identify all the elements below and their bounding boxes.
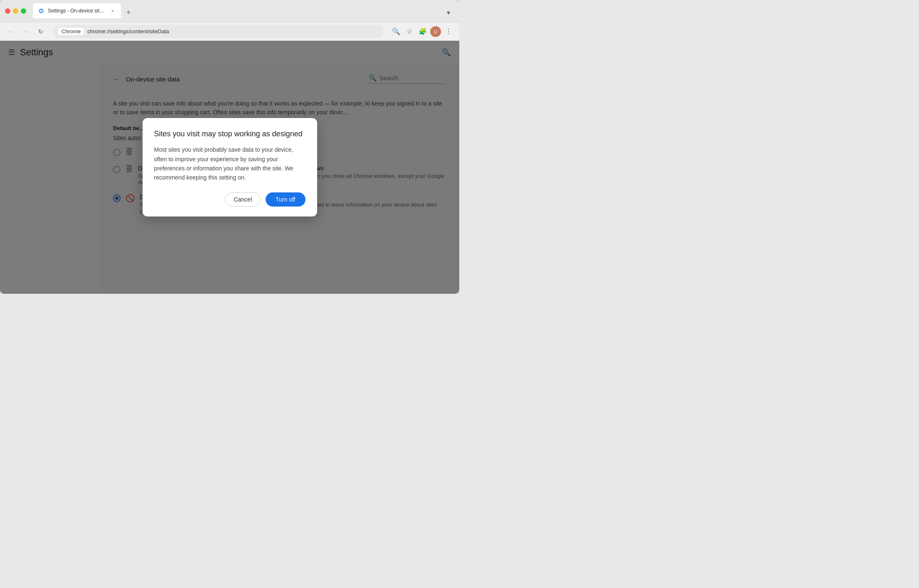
new-tab-button[interactable]: +: [123, 7, 134, 18]
chrome-menu-button[interactable]: ⋮: [443, 26, 454, 37]
zoom-button[interactable]: 🔍: [390, 26, 402, 37]
modal-overlay: Sites you visit may stop working as desi…: [0, 41, 459, 294]
page-content: ☰ Settings 🔍 ← On-device site data 🔍: [0, 41, 459, 294]
tab-dropdown-button[interactable]: ▾: [443, 7, 454, 18]
refresh-button[interactable]: ↻: [35, 26, 47, 37]
tab-title: Settings - On-device site da…: [48, 8, 106, 14]
modal-body: Most sites you visit probably save data …: [154, 145, 306, 182]
address-bar[interactable]: Chrome chrome://settings/content/siteDat…: [53, 25, 384, 38]
nav-icons: 🔍 ☆ 🧩 U ⋮: [390, 26, 454, 37]
back-button[interactable]: ←: [5, 26, 17, 37]
title-bar: ⚙ Settings - On-device site da… × + ▾: [0, 0, 459, 22]
url-display: chrome://settings/content/siteData: [87, 28, 379, 34]
active-tab[interactable]: ⚙ Settings - On-device site da… ×: [33, 3, 121, 18]
minimize-window-button[interactable]: [13, 8, 18, 14]
forward-button[interactable]: →: [20, 26, 32, 37]
turn-off-button[interactable]: Turn off: [266, 192, 305, 207]
bookmark-button[interactable]: ☆: [404, 26, 415, 37]
modal-actions: Cancel Turn off: [154, 192, 306, 207]
avatar[interactable]: U: [430, 26, 441, 37]
modal-title: Sites you visit may stop working as desi…: [154, 130, 306, 138]
chrome-brand-label: Chrome: [58, 28, 84, 35]
traffic-lights: [5, 8, 26, 14]
cancel-button[interactable]: Cancel: [225, 192, 261, 207]
confirmation-modal: Sites you visit may stop working as desi…: [143, 118, 317, 217]
browser-window: ⚙ Settings - On-device site da… × + ▾ ← …: [0, 0, 459, 294]
close-window-button[interactable]: [5, 8, 10, 14]
tab-close-button[interactable]: ×: [109, 7, 116, 14]
extensions-button[interactable]: 🧩: [417, 26, 429, 37]
maximize-window-button[interactable]: [21, 8, 26, 14]
tab-bar: ⚙ Settings - On-device site da… × + ▾: [33, 3, 454, 18]
nav-bar: ← → ↻ Chrome chrome://settings/content/s…: [0, 22, 459, 41]
tab-favicon-icon: ⚙: [38, 7, 44, 14]
